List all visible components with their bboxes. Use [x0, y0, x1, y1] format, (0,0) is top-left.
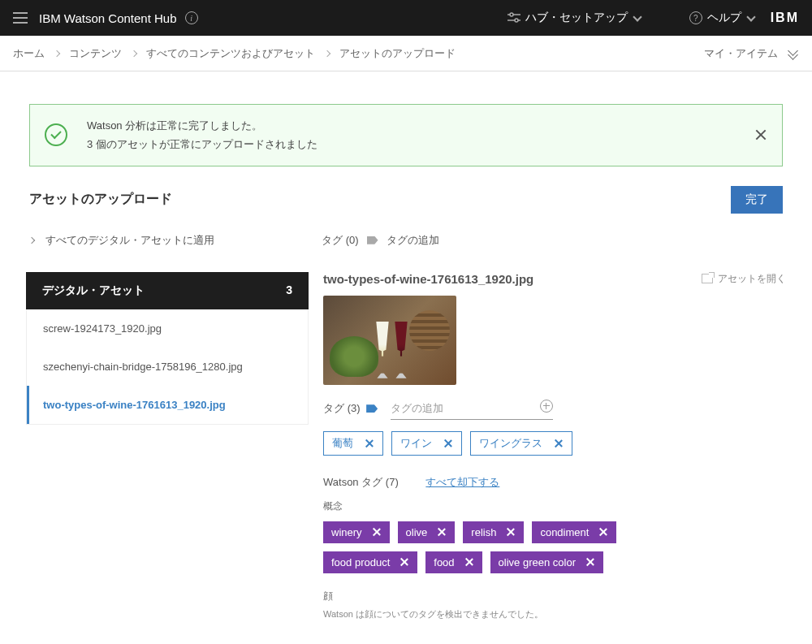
- reject-all-link[interactable]: すべて却下する: [425, 476, 499, 488]
- remove-tag-icon[interactable]: [554, 439, 564, 448]
- watson-tags-label: Watson タグ: [323, 476, 382, 488]
- apply-all-label: すべてのデジタル・アセットに適用: [45, 233, 214, 248]
- chevron-down-icon: [633, 12, 641, 21]
- sidebar-item[interactable]: screw-1924173_1920.jpg: [27, 309, 308, 348]
- watson-tags-2: food product food olive green color: [323, 551, 786, 573]
- sidebar-list: screw-1924173_1920.jpg szechenyi-chain-b…: [26, 309, 309, 425]
- tags-label: タグ: [323, 402, 344, 414]
- watson-tags-1: winery olive relish condiment: [323, 521, 786, 543]
- watson-chip-label: olive: [406, 526, 428, 538]
- chevron-right-icon: [28, 237, 35, 244]
- sidebar-count: 3: [286, 283, 292, 298]
- tag-chip: 葡萄: [323, 431, 383, 456]
- my-items-menu[interactable]: マイ・アイテム: [704, 46, 799, 61]
- page-title: アセットのアップロード: [29, 191, 172, 208]
- sidebar-item[interactable]: szechenyi-chain-bridge-1758196_1280.jpg: [27, 348, 308, 386]
- breadcrumb-content[interactable]: コンテンツ: [69, 46, 122, 61]
- watson-chip: food product: [323, 551, 417, 573]
- add-tag-input[interactable]: タグの追加: [391, 398, 553, 420]
- remove-tag-icon[interactable]: [585, 557, 595, 567]
- open-asset-label: アセットを開く: [718, 272, 786, 286]
- tag-chip: ワイングラス: [470, 431, 572, 456]
- tags-label: タグ: [322, 233, 343, 248]
- watson-chip: olive: [398, 521, 456, 543]
- tag-chip-label: ワイン: [400, 436, 432, 451]
- remove-tag-icon[interactable]: [437, 527, 447, 537]
- tags-count: (3): [348, 402, 361, 414]
- plus-icon[interactable]: [540, 400, 553, 413]
- my-items-label: マイ・アイテム: [704, 46, 778, 61]
- tag-icon: [366, 404, 378, 413]
- remove-tag-icon[interactable]: [372, 527, 382, 537]
- detail-panel: two-types-of-wine-1761613_1920.jpg アセットを…: [309, 272, 786, 621]
- chevron-right-icon: [131, 50, 137, 56]
- watson-chip: condiment: [532, 521, 616, 543]
- double-chevron-down-icon: [789, 49, 799, 58]
- success-toast: Watson 分析は正常に完了しました。 3 個のアセットが正常にアップロードさ…: [29, 104, 783, 166]
- remove-tag-icon[interactable]: [598, 527, 608, 537]
- hub-setup-label: ハブ・セットアップ: [525, 11, 628, 25]
- breadcrumb-all[interactable]: すべてのコンテンツおよびアセット: [146, 46, 315, 61]
- watson-chip-label: relish: [471, 526, 496, 538]
- watson-chip: winery: [323, 521, 390, 543]
- watson-chip-label: food: [434, 556, 454, 568]
- svg-point-3: [515, 19, 518, 22]
- tag-chip: ワイン: [391, 431, 462, 456]
- remove-tag-icon[interactable]: [400, 557, 409, 567]
- chevron-down-icon: [746, 12, 755, 21]
- help-icon: ?: [689, 11, 702, 24]
- page-content: Watson 分析は正常に完了しました。 3 個のアセットが正常にアップロードさ…: [0, 71, 812, 644]
- add-tag-link[interactable]: タグの追加: [387, 233, 439, 248]
- main-area: デジタル・アセット 3 screw-1924173_1920.jpg szech…: [16, 272, 796, 621]
- app-title: IBM Watson Content Hub: [39, 11, 177, 25]
- detail-header-row: two-types-of-wine-1761613_1920.jpg アセットを…: [323, 272, 786, 286]
- face-label: 顔: [323, 590, 786, 603]
- asset-thumbnail[interactable]: [323, 296, 456, 385]
- hub-setup-menu[interactable]: ハブ・セットアップ: [508, 11, 641, 25]
- help-menu[interactable]: ? ヘルプ: [689, 11, 754, 25]
- sidebar: デジタル・アセット 3 screw-1924173_1920.jpg szech…: [26, 272, 309, 621]
- tags-count: (0): [346, 234, 359, 246]
- menu-icon[interactable]: [13, 12, 28, 24]
- info-icon[interactable]: i: [185, 11, 198, 24]
- breadcrumb-upload[interactable]: アセットのアップロード: [339, 46, 456, 61]
- watson-chip: food: [425, 551, 482, 573]
- chevron-right-icon: [324, 50, 330, 56]
- watson-chip: relish: [463, 521, 524, 543]
- remove-tag-icon[interactable]: [506, 527, 516, 537]
- tag-chip-label: 葡萄: [332, 436, 353, 451]
- remove-tag-icon[interactable]: [464, 557, 474, 567]
- open-external-icon: [702, 274, 713, 283]
- watson-tags-count: (7): [386, 476, 399, 488]
- breadcrumb-home[interactable]: ホーム: [13, 46, 45, 61]
- ibm-logo: IBM: [771, 11, 799, 25]
- remove-tag-icon[interactable]: [365, 439, 374, 448]
- watson-chip-label: winery: [331, 526, 362, 538]
- sidebar-item-selected[interactable]: two-types-of-wine-1761613_1920.jpg: [27, 386, 308, 424]
- add-tag-placeholder: タグの追加: [391, 402, 443, 414]
- face-message: Watson は顔についてのタグを検出できませんでした。: [323, 608, 786, 620]
- page-title-row: アセットのアップロード 完了: [16, 186, 796, 233]
- done-button[interactable]: 完了: [731, 186, 783, 214]
- apply-all-toggle[interactable]: すべてのデジタル・アセットに適用: [29, 233, 322, 248]
- watson-chip-label: condiment: [540, 526, 589, 538]
- top-toolbar: IBM Watson Content Hub i ハブ・セットアップ ? ヘルプ…: [0, 0, 812, 36]
- user-tags: 葡萄 ワイン ワイングラス: [323, 431, 786, 456]
- tags-section: タグ (3) タグの追加: [323, 398, 786, 420]
- asset-filename: two-types-of-wine-1761613_1920.jpg: [323, 272, 533, 286]
- toast-line-2: 3 個のアセットが正常にアップロードされました: [87, 135, 754, 153]
- success-check-icon: [45, 123, 67, 146]
- watson-chip-label: food product: [331, 556, 390, 568]
- watson-chip: olive green color: [490, 551, 603, 573]
- close-icon[interactable]: [754, 128, 767, 141]
- svg-point-2: [510, 13, 513, 16]
- open-asset-link[interactable]: アセットを開く: [702, 272, 786, 286]
- apply-all-row: すべてのデジタル・アセットに適用 タグ (0) タグの追加: [16, 233, 796, 272]
- breadcrumb-bar: ホーム コンテンツ すべてのコンテンツおよびアセット アセットのアップロード マ…: [0, 36, 812, 71]
- sliders-icon: [508, 12, 520, 24]
- concept-label: 概念: [323, 499, 786, 513]
- chevron-right-icon: [54, 50, 60, 56]
- remove-tag-icon[interactable]: [443, 439, 453, 448]
- help-label: ヘルプ: [707, 11, 741, 25]
- watson-chip-label: olive green color: [499, 556, 576, 568]
